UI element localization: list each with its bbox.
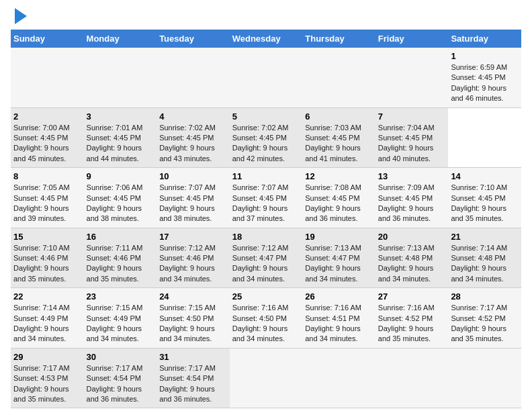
calendar-cell: 5 Sunrise: 7:02 AMSunset: 4:45 PMDayligh… [230, 107, 303, 168]
calendar-cell [230, 348, 303, 408]
day-number: 24 [159, 291, 227, 302]
calendar-cell [375, 48, 449, 107]
day-info: Sunrise: 7:12 AMSunset: 4:47 PMDaylight:… [232, 244, 289, 283]
day-info: Sunrise: 7:12 AMSunset: 4:46 PMDaylight:… [159, 244, 216, 283]
calendar-cell [375, 348, 449, 408]
calendar-cell: 10 Sunrise: 7:07 AMSunset: 4:45 PMDaylig… [157, 168, 230, 228]
day-info: Sunrise: 7:17 AMSunset: 4:53 PMDaylight:… [13, 364, 70, 403]
day-info: Sunrise: 7:15 AMSunset: 4:50 PMDaylight:… [159, 304, 216, 342]
calendar-cell: 26 Sunrise: 7:16 AMSunset: 4:51 PMDaylig… [302, 288, 375, 349]
calendar-cell [302, 48, 375, 107]
week-row: 8 Sunrise: 7:05 AMSunset: 4:45 PMDayligh… [11, 168, 521, 228]
day-number: 18 [232, 232, 300, 242]
week-row: 29 Sunrise: 7:17 AMSunset: 4:53 PMDaylig… [11, 348, 521, 408]
day-info: Sunrise: 7:08 AMSunset: 4:45 PMDaylight:… [305, 183, 361, 222]
week-row: 1 Sunrise: 6:59 AMSunset: 4:45 PMDayligh… [11, 48, 521, 107]
calendar-cell: 6 Sunrise: 7:03 AMSunset: 4:45 PMDayligh… [302, 107, 375, 168]
week-row: 22 Sunrise: 7:14 AMSunset: 4:49 PMDaylig… [11, 288, 521, 349]
day-info: Sunrise: 7:04 AMSunset: 4:45 PMDaylight:… [378, 124, 435, 163]
calendar-table: SundayMondayTuesdayWednesdayThursdayFrid… [11, 30, 521, 408]
day-number: 2 [13, 111, 81, 122]
day-number: 20 [378, 232, 446, 242]
day-info: Sunrise: 7:00 AMSunset: 4:45 PMDaylight:… [13, 124, 70, 163]
day-number: 31 [159, 352, 227, 362]
day-number: 1 [451, 51, 519, 61]
day-info: Sunrise: 7:02 AMSunset: 4:45 PMDaylight:… [159, 124, 216, 163]
calendar-cell [302, 348, 375, 408]
day-info: Sunrise: 7:06 AMSunset: 4:45 PMDaylight:… [87, 183, 143, 222]
day-number: 26 [305, 291, 373, 302]
day-number: 22 [13, 291, 81, 302]
calendar-cell: 20 Sunrise: 7:13 AMSunset: 4:48 PMDaylig… [375, 228, 449, 288]
calendar-cell: 28 Sunrise: 7:17 AMSunset: 4:52 PMDaylig… [448, 288, 521, 349]
header-cell-wednesday: Wednesday [230, 30, 303, 48]
day-number: 19 [305, 232, 373, 242]
day-info: Sunrise: 7:07 AMSunset: 4:45 PMDaylight:… [232, 183, 289, 222]
calendar-cell: 22 Sunrise: 7:14 AMSunset: 4:49 PMDaylig… [11, 288, 84, 349]
calendar-cell: 29 Sunrise: 7:17 AMSunset: 4:53 PMDaylig… [11, 348, 84, 408]
day-info: Sunrise: 7:16 AMSunset: 4:50 PMDaylight:… [232, 304, 289, 342]
day-number: 14 [451, 171, 519, 181]
week-row: 15 Sunrise: 7:10 AMSunset: 4:46 PMDaylig… [11, 228, 521, 288]
calendar-cell: 27 Sunrise: 7:16 AMSunset: 4:52 PMDaylig… [375, 288, 449, 349]
calendar-cell: 7 Sunrise: 7:04 AMSunset: 4:45 PMDayligh… [375, 107, 449, 168]
calendar-cell [230, 48, 303, 107]
calendar-cell [84, 48, 157, 107]
calendar-cell: 25 Sunrise: 7:16 AMSunset: 4:50 PMDaylig… [230, 288, 303, 349]
header-cell-friday: Friday [375, 30, 449, 48]
day-number: 21 [451, 232, 519, 242]
day-number: 30 [87, 352, 154, 362]
header-cell-thursday: Thursday [302, 30, 375, 48]
day-info: Sunrise: 7:14 AMSunset: 4:48 PMDaylight:… [451, 244, 507, 283]
day-number: 25 [232, 291, 300, 302]
day-info: Sunrise: 7:11 AMSunset: 4:46 PMDaylight:… [87, 244, 143, 283]
calendar-cell: 18 Sunrise: 7:12 AMSunset: 4:47 PMDaylig… [230, 228, 303, 288]
header-cell-saturday: Saturday [448, 30, 521, 48]
day-number: 3 [87, 111, 154, 122]
day-info: Sunrise: 7:01 AMSunset: 4:45 PMDaylight:… [87, 124, 143, 163]
calendar-cell: 16 Sunrise: 7:11 AMSunset: 4:46 PMDaylig… [84, 228, 157, 288]
week-row: 2 Sunrise: 7:00 AMSunset: 4:45 PMDayligh… [11, 107, 521, 168]
day-info: Sunrise: 7:16 AMSunset: 4:52 PMDaylight:… [378, 304, 435, 342]
calendar-cell: 12 Sunrise: 7:08 AMSunset: 4:45 PMDaylig… [302, 168, 375, 228]
calendar-cell: 2 Sunrise: 7:00 AMSunset: 4:45 PMDayligh… [11, 107, 84, 168]
calendar-cell: 21 Sunrise: 7:14 AMSunset: 4:48 PMDaylig… [448, 228, 521, 288]
day-number: 16 [87, 232, 154, 242]
day-number: 13 [378, 171, 446, 181]
day-number: 17 [159, 232, 227, 242]
page-header [11, 11, 521, 24]
calendar-cell: 23 Sunrise: 7:15 AMSunset: 4:49 PMDaylig… [84, 288, 157, 349]
calendar-cell: 31 Sunrise: 7:17 AMSunset: 4:54 PMDaylig… [157, 348, 230, 408]
logo-arrow-icon [15, 8, 27, 24]
calendar-cell: 14 Sunrise: 7:10 AMSunset: 4:45 PMDaylig… [448, 168, 521, 228]
day-info: Sunrise: 6:59 AMSunset: 4:45 PMDaylight:… [451, 63, 507, 102]
calendar-cell: 11 Sunrise: 7:07 AMSunset: 4:45 PMDaylig… [230, 168, 303, 228]
day-info: Sunrise: 7:02 AMSunset: 4:45 PMDaylight:… [232, 124, 289, 163]
day-info: Sunrise: 7:09 AMSunset: 4:45 PMDaylight:… [378, 183, 435, 222]
day-info: Sunrise: 7:05 AMSunset: 4:45 PMDaylight:… [13, 183, 70, 222]
calendar-cell: 17 Sunrise: 7:12 AMSunset: 4:46 PMDaylig… [157, 228, 230, 288]
calendar-cell: 15 Sunrise: 7:10 AMSunset: 4:46 PMDaylig… [11, 228, 84, 288]
calendar-cell [11, 48, 84, 107]
day-info: Sunrise: 7:17 AMSunset: 4:54 PMDaylight:… [87, 364, 143, 403]
day-info: Sunrise: 7:17 AMSunset: 4:52 PMDaylight:… [451, 304, 507, 342]
calendar-cell: 3 Sunrise: 7:01 AMSunset: 4:45 PMDayligh… [84, 107, 157, 168]
day-number: 11 [232, 171, 300, 181]
calendar-cell [448, 348, 521, 408]
logo [11, 11, 27, 24]
day-info: Sunrise: 7:17 AMSunset: 4:54 PMDaylight:… [159, 364, 216, 403]
day-number: 10 [159, 171, 227, 181]
day-info: Sunrise: 7:03 AMSunset: 4:45 PMDaylight:… [305, 124, 361, 163]
calendar-cell: 30 Sunrise: 7:17 AMSunset: 4:54 PMDaylig… [84, 348, 157, 408]
calendar-cell: 8 Sunrise: 7:05 AMSunset: 4:45 PMDayligh… [11, 168, 84, 228]
day-number: 15 [13, 232, 81, 242]
header-row: SundayMondayTuesdayWednesdayThursdayFrid… [11, 30, 521, 48]
day-number: 27 [378, 291, 446, 302]
day-number: 28 [451, 291, 519, 302]
day-info: Sunrise: 7:07 AMSunset: 4:45 PMDaylight:… [159, 183, 216, 222]
day-info: Sunrise: 7:14 AMSunset: 4:49 PMDaylight:… [13, 304, 70, 342]
day-info: Sunrise: 7:10 AMSunset: 4:46 PMDaylight:… [13, 244, 70, 283]
day-number: 7 [378, 111, 446, 122]
calendar-cell [157, 48, 230, 107]
day-info: Sunrise: 7:15 AMSunset: 4:49 PMDaylight:… [87, 304, 143, 342]
